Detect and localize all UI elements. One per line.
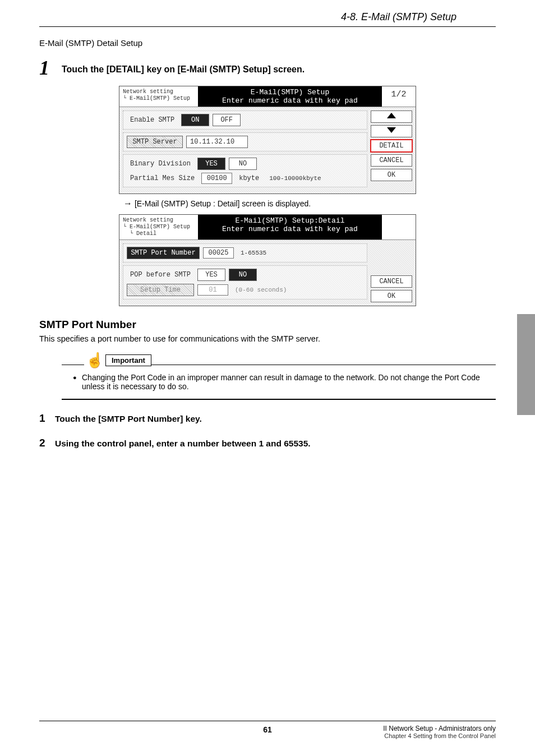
side-tab (517, 314, 535, 415)
smtp-port-range: 1-65535 (237, 250, 270, 256)
pop-no-button[interactable]: NO (229, 269, 257, 281)
panel-1-screenshot: Network setting └ E-Mail(SMTP) Setup E-M… (39, 86, 496, 194)
off-button[interactable]: OFF (213, 114, 241, 126)
partial-size-label: Partial Mes Size (127, 174, 198, 182)
panel1-crumb1: Network setting (123, 89, 195, 95)
panel2-page-empty (382, 215, 416, 239)
footer: 61 II Network Setup - Administrators onl… (39, 721, 496, 739)
arrow-up-icon (387, 113, 396, 118)
substep-2-text: Using the control panel, enter a number … (55, 439, 311, 449)
smtp-port-number-button[interactable]: SMTP Port Number (127, 247, 200, 259)
important-label: Important (105, 354, 151, 366)
panel2-title-line1: E-Mail(SMTP) Setup:Detail (202, 216, 377, 225)
partial-size-unit: kbyte (236, 174, 262, 182)
panel2-title: E-Mail(SMTP) Setup:Detail Enter numeric … (198, 215, 382, 239)
result-arrow-line: → [E-Mail (SMTP) Setup : Detail] screen … (123, 199, 496, 209)
setup-time-value: 01 (197, 284, 228, 296)
page-down-button[interactable] (371, 125, 412, 137)
step-1-row: 1 Touch the [DETAIL] key on [E-Mail (SMT… (39, 58, 496, 78)
setup-time-range: (0-60 seconds) (232, 287, 290, 293)
panel2-crumb2: E-Mail(SMTP) Setup (130, 224, 190, 230)
binary-division-label: Binary Division (127, 160, 194, 168)
cancel-button-2[interactable]: CANCEL (371, 275, 412, 288)
page-header: 4-8. E-Mail (SMTP) Setup (39, 0, 496, 27)
smtp-port-value[interactable]: 00025 (203, 247, 234, 259)
arrow-down-icon (387, 127, 396, 133)
breadcrumb: 4-8. E-Mail (SMTP) Setup (341, 11, 456, 22)
panel2-crumb1: Network setting (123, 217, 195, 224)
substep-2: 2 Using the control panel, enter a numbe… (39, 437, 496, 449)
detail-button[interactable]: DETAIL (371, 140, 412, 152)
substep-1-text: Touch the [SMTP Port Number] key. (55, 414, 202, 424)
partial-size-value[interactable]: 00100 (201, 173, 232, 184)
pop-yes-button[interactable]: YES (197, 269, 225, 281)
subsection-title: E-Mail (SMTP) Detail Setup (39, 38, 496, 48)
panel1-page: 1/2 (382, 86, 416, 107)
yes-button[interactable]: YES (197, 158, 225, 170)
arrow-right-icon: → (123, 199, 132, 208)
result-arrow-text: [E-Mail (SMTP) Setup : Detail] screen is… (135, 199, 311, 208)
panel1-title-line2: Enter numeric data with key pad (202, 96, 377, 105)
pop-before-smtp-label: POP before SMTP (127, 271, 194, 279)
substep-1-num: 1 (39, 412, 55, 425)
substep-2-num: 2 (39, 437, 55, 449)
smtp-port-heading: SMTP Port Number (39, 319, 496, 331)
important-note: Changing the Port Code in an improper ma… (73, 373, 496, 391)
panel2-title-line2: Enter numeric data with key pad (202, 225, 377, 233)
important-line-right (151, 365, 496, 365)
panel1-crumbs: Network setting └ E-Mail(SMTP) Setup (119, 86, 198, 107)
ok-button[interactable]: OK (371, 169, 412, 181)
panel-2-screenshot: Network setting └ E-Mail(SMTP) Setup └ D… (39, 214, 496, 306)
cancel-button[interactable]: CANCEL (371, 154, 412, 167)
step-1-text: Touch the [DETAIL] key on [E-Mail (SMTP)… (62, 58, 305, 75)
panel1-title-line1: E-Mail(SMTP) Setup (202, 88, 377, 96)
enable-smtp-label: Enable SMTP (127, 116, 178, 124)
panel1-crumb2: E-Mail(SMTP) Setup (130, 95, 190, 102)
panel2-crumb3: Detail (136, 231, 156, 237)
hand-icon: ☝ (84, 354, 105, 366)
footer-page-number: 61 (263, 725, 272, 734)
substep-1: 1 Touch the [SMTP Port Number] key. (39, 412, 496, 425)
footer-right-line2: Chapter 4 Setting from the Control Panel (383, 732, 496, 739)
page-up-button[interactable] (371, 110, 412, 123)
smtp-server-button[interactable]: SMTP Server (127, 136, 183, 148)
footer-right-line1: II Network Setup - Administrators only (383, 725, 496, 732)
important-block: ☝ Important Changing the Port Code in an… (62, 354, 496, 400)
partial-size-range: 100-10000kbyte (266, 175, 324, 182)
important-line-left (62, 365, 84, 365)
panel2-crumbs: Network setting └ E-Mail(SMTP) Setup └ D… (119, 215, 198, 239)
no-button[interactable]: NO (229, 158, 257, 170)
on-button[interactable]: ON (181, 114, 209, 126)
important-bottom-line (62, 399, 496, 400)
step-number: 1 (39, 58, 54, 78)
setup-time-button: Setup Time (127, 284, 194, 296)
ok-button-2[interactable]: OK (371, 290, 412, 302)
panel1-title: E-Mail(SMTP) Setup Enter numeric data wi… (198, 86, 382, 107)
smtp-port-desc: This specifies a port number to use for … (39, 334, 496, 343)
smtp-server-value: 10.11.32.10 (186, 136, 248, 148)
